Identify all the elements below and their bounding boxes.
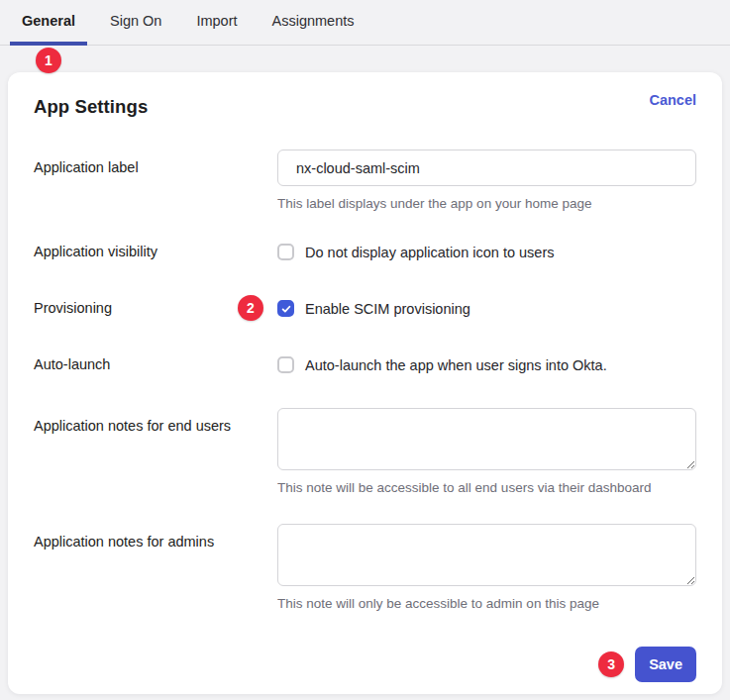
application-visibility-control: Do not display application icon to users xyxy=(277,243,696,262)
notes-end-users-control: This note will be accessible to all end … xyxy=(277,408,696,497)
notes-admins-help: This note will only be accessible to adm… xyxy=(277,596,696,613)
step-badge-3: 3 xyxy=(598,651,624,677)
notes-end-users-textarea[interactable] xyxy=(277,408,696,470)
scim-provisioning-checkbox-label: Enable SCIM provisioning xyxy=(305,301,470,317)
auto-launch-control: Auto-launch the app when user signs into… xyxy=(277,355,696,375)
tab-general[interactable]: General xyxy=(10,0,87,46)
application-label-input[interactable] xyxy=(277,150,696,186)
scim-provisioning-checkbox[interactable] xyxy=(277,300,294,317)
notes-admins-row: Application notes for admins This note w… xyxy=(34,524,696,613)
notes-admins-label: Application notes for admins xyxy=(34,524,277,550)
tab-import[interactable]: Import xyxy=(184,0,249,46)
notes-admins-control: This note will only be accessible to adm… xyxy=(277,524,696,613)
checkmark-icon xyxy=(280,303,292,315)
auto-launch-checkbox-label: Auto-launch the app when user signs into… xyxy=(305,357,607,373)
application-label-help: This label displays under the app on you… xyxy=(277,196,696,213)
cancel-link[interactable]: Cancel xyxy=(649,92,696,108)
provisioning-row: Provisioning 2 Enable SCIM provisioning xyxy=(34,299,696,319)
visibility-checkbox-label: Do not display application icon to users xyxy=(305,245,554,260)
application-label-row: Application label This label displays un… xyxy=(34,150,696,213)
tab-bar: General Sign On Import Assignments xyxy=(0,0,730,46)
card-footer: 3 Save xyxy=(34,647,696,682)
app-settings-panel: App Settings Cancel Application label Th… xyxy=(8,72,722,694)
auto-launch-row: Auto-launch Auto-launch the app when use… xyxy=(34,355,696,375)
card-header: App Settings Cancel xyxy=(34,96,696,118)
auto-launch-label: Auto-launch xyxy=(34,355,277,373)
notes-end-users-row: Application notes for end users This not… xyxy=(34,408,696,497)
visibility-checkbox[interactable] xyxy=(277,244,294,260)
save-button[interactable]: Save xyxy=(635,647,696,682)
step-badge-1: 1 xyxy=(36,48,61,73)
application-label-control: This label displays under the app on you… xyxy=(277,150,696,213)
provisioning-control: 2 Enable SCIM provisioning xyxy=(277,299,696,319)
tab-assignments[interactable]: Assignments xyxy=(261,0,366,46)
application-label-label: Application label xyxy=(34,150,277,176)
step-badge-2: 2 xyxy=(238,295,263,321)
application-visibility-row: Application visibility Do not display ap… xyxy=(34,243,696,262)
auto-launch-checkbox[interactable] xyxy=(277,356,294,373)
notes-end-users-help: This note will be accessible to all end … xyxy=(277,480,696,497)
page-title: App Settings xyxy=(34,96,148,118)
application-visibility-label: Application visibility xyxy=(34,243,277,260)
notes-admins-textarea[interactable] xyxy=(277,524,696,586)
notes-end-users-label: Application notes for end users xyxy=(34,408,277,435)
tab-sign-on[interactable]: Sign On xyxy=(98,0,173,46)
